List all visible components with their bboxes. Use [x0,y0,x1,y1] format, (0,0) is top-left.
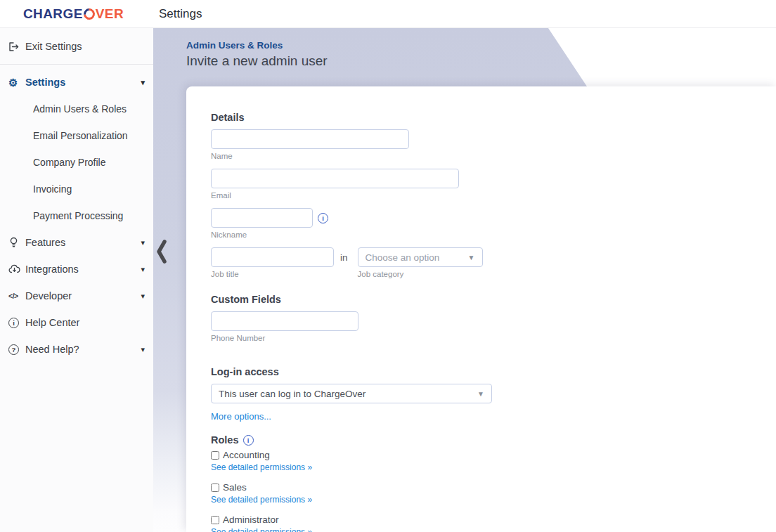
phone-number-input[interactable] [211,311,358,331]
sidebar-item-label: Need Help? [25,344,141,355]
sidebar-divider [0,64,153,65]
sidebar-item-developer[interactable]: </> Developer ▾ [0,283,153,309]
chevron-down-icon: ▾ [141,78,145,87]
job-category-field: Choose an option ▼ Job category [358,247,483,278]
job-title-label: Job title [211,270,334,278]
chevron-down-icon: ▾ [141,292,145,301]
sidebar-item-payment-processing[interactable]: Payment Processing [0,202,153,229]
role-name: Administrator [223,514,279,525]
sidebar-item-help-center[interactable]: i Help Center [0,309,153,336]
roles-heading: Roles [211,434,239,446]
page-title: Invite a new admin user [186,53,328,69]
page-header-title: Settings [159,7,202,21]
login-access-value: This user can log in to ChargeOver [219,389,366,399]
sidebar-item-need-help[interactable]: ? Need Help? ▾ [0,336,153,363]
sidebar-item-label: Features [25,237,141,248]
chevron-down-icon: ▾ [141,265,145,274]
nickname-field: i Nickname [211,208,748,239]
breadcrumb[interactable]: Admin Users & Roles [186,40,283,51]
chevron-down-icon: ▼ [468,254,475,261]
role-item-sales: Sales See detailed permissions » [211,482,748,505]
login-access-heading: Log-in access [211,366,748,377]
accounting-checkbox[interactable] [211,451,219,460]
role-item-accounting: Accounting See detailed permissions » [211,450,748,473]
invite-user-form-card: Details Name Email i Nickname Job ti [186,86,776,532]
sidebar-item-email-personalization[interactable]: Email Personalization [0,122,153,149]
sidebar-item-admin-users-roles[interactable]: Admin Users & Roles [0,96,153,122]
sidebar-item-label: Exit Settings [25,41,145,52]
sidebar-item-features[interactable]: Features ▾ [0,229,153,256]
exit-icon [8,41,25,52]
sidebar-item-exit-settings[interactable]: Exit Settings [0,32,153,60]
job-category-label: Job category [358,270,483,278]
job-row: Job title in Choose an option ▼ Job cate… [211,247,748,278]
phone-number-label: Phone Number [211,334,748,342]
nickname-info-icon[interactable]: i [318,213,328,223]
lightbulb-icon [8,237,25,248]
email-field: Email [211,169,748,200]
sidebar-item-integrations[interactable]: Integrations ▾ [0,256,153,283]
chargeover-logo[interactable]: CHARGEVER [23,6,124,22]
name-label: Name [211,152,748,160]
job-title-input[interactable] [211,247,334,267]
main-content: Admin Users & Roles Invite a new admin u… [153,28,776,532]
chargeover-o-icon [81,6,97,22]
question-circle-icon: ? [8,344,25,355]
administrator-checkbox[interactable] [211,516,219,524]
sidebar-item-label: Developer [25,290,141,301]
sidebar-subitem-label: Payment Processing [33,210,123,221]
login-access-select[interactable]: This user can log in to ChargeOver ▼ [211,384,492,403]
code-icon: </> [8,292,25,300]
name-input[interactable] [211,129,409,149]
sales-checkbox[interactable] [211,484,219,492]
sidebar-subitem-label: Company Profile [33,157,106,168]
job-category-select[interactable]: Choose an option ▼ [358,247,483,267]
phone-field: Phone Number [211,311,748,342]
sidebar-item-label: Integrations [25,264,141,275]
sidebar-subitem-label: Admin Users & Roles [33,103,127,115]
sidebar-item-company-profile[interactable]: Company Profile [0,149,153,176]
chevron-down-icon: ▾ [141,238,145,247]
sidebar-subitem-label: Invoicing [33,183,72,195]
sidebar-item-label: Help Center [25,317,145,328]
accounting-permissions-link[interactable]: See detailed permissions » [211,462,312,472]
in-text: in [340,252,348,263]
nickname-label: Nickname [211,231,748,239]
name-field: Name [211,129,748,160]
logo-text-ver: VER [96,6,124,22]
logo-text-charge: CHARGE [23,6,83,22]
chevron-down-icon: ▼ [477,390,484,398]
gear-icon: ⚙ [8,77,25,88]
settings-sidebar: Exit Settings ⚙ Settings ▾ Admin Users &… [0,28,153,532]
role-name: Accounting [223,450,270,460]
top-bar: CHARGEVER Settings [0,0,776,28]
sidebar-item-invoicing[interactable]: Invoicing [0,176,153,202]
email-label: Email [211,191,748,200]
job-title-field: Job title [211,247,334,278]
role-name: Sales [223,482,247,493]
email-input[interactable] [211,169,459,188]
nickname-input[interactable] [211,208,313,228]
roles-info-icon[interactable]: i [243,435,254,446]
info-circle-icon: i [8,318,25,328]
custom-fields-heading: Custom Fields [211,294,748,305]
sales-permissions-link[interactable]: See detailed permissions » [211,495,312,505]
job-category-value: Choose an option [366,252,440,263]
sidebar-collapse-chevron[interactable] [155,238,168,268]
chevron-down-icon: ▾ [141,345,145,354]
sidebar-item-label: Settings [25,77,141,88]
role-item-administrator: Administrator See detailed permissions » [211,514,748,532]
more-options-link[interactable]: More options... [211,411,271,422]
sidebar-item-settings[interactable]: ⚙ Settings ▾ [0,69,153,96]
sidebar-subitem-label: Email Personalization [33,130,128,141]
cloud-download-icon [8,264,25,274]
administrator-permissions-link[interactable]: See detailed permissions » [211,527,312,532]
details-heading: Details [211,112,748,123]
